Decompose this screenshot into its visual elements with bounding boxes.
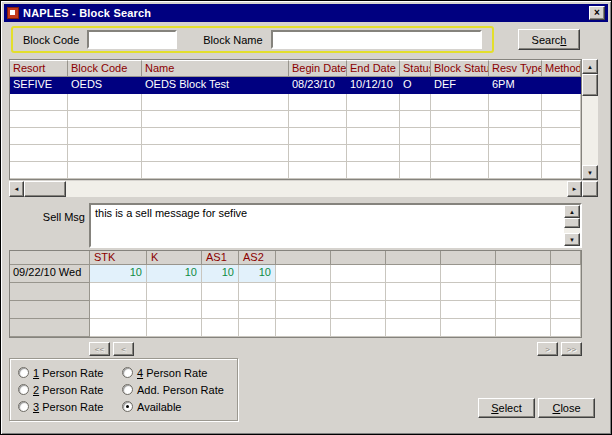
cell-block-code: OEDS <box>68 77 142 94</box>
empty-cell <box>239 283 276 301</box>
column-header-resort: Resort <box>10 60 68 77</box>
radio-label: 1 Person Rate <box>33 367 103 379</box>
column-header-end-date: End Date <box>347 60 400 77</box>
block-name-input[interactable] <box>271 30 482 49</box>
empty-cell <box>400 162 431 179</box>
radio-option-4-person-rate[interactable]: 4 Person Rate <box>122 364 233 381</box>
results-horizontal-scrollbar[interactable]: ◄ ► <box>9 181 582 197</box>
radio-label: Available <box>137 401 181 413</box>
empty-cell <box>347 162 400 179</box>
close-button[interactable]: × <box>589 6 605 20</box>
pager-next-button[interactable]: > <box>537 342 558 356</box>
empty-cell <box>142 145 289 162</box>
empty-cell <box>142 94 289 111</box>
rate-options-panel: 1 Person Rate 2 Person Rate 3 Person Rat… <box>9 358 238 421</box>
pager-last-button[interactable]: >> <box>561 342 582 356</box>
empty-cell <box>431 111 489 128</box>
block-search-window: NAPLES - Block Search × Block Code Block… <box>0 0 612 435</box>
empty-cell <box>400 128 431 145</box>
scroll-down-icon[interactable]: ▼ <box>582 165 598 180</box>
radio-label: 2 Person Rate <box>33 384 103 396</box>
empty-cell <box>289 162 347 179</box>
results-header-row: Resort Block Code Name Begin Date End Da… <box>10 60 581 77</box>
empty-cell <box>400 145 431 162</box>
empty-cell <box>331 319 386 337</box>
scroll-right-icon[interactable]: ► <box>567 181 582 197</box>
empty-cell <box>441 283 496 301</box>
scrollbar-track[interactable] <box>66 181 567 197</box>
search-button[interactable]: Search <box>518 29 580 50</box>
column-header-begin-date: Begin Date <box>289 60 347 77</box>
radio-option-1-person-rate[interactable]: 1 Person Rate <box>18 364 120 381</box>
rate-value-cell <box>276 265 331 283</box>
scroll-left-icon[interactable]: ◄ <box>9 181 24 197</box>
radio-option-available[interactable]: Available <box>122 398 233 415</box>
empty-cell <box>542 145 581 162</box>
radio-option-2-person-rate[interactable]: 2 Person Rate <box>18 381 120 398</box>
close-button-footer[interactable]: Close <box>538 398 595 418</box>
empty-cell <box>489 94 542 111</box>
rates-header-row: STK K AS1 AS2 <box>10 251 581 265</box>
sell-msg-scrollbar[interactable]: ▲ ▼ <box>564 205 580 246</box>
scrollbar-thumb[interactable] <box>564 218 580 228</box>
empty-cell <box>431 162 489 179</box>
rates-grid: STK K AS1 AS2 09/22/10 Wed 10 10 10 10 <box>9 250 582 338</box>
block-code-input[interactable] <box>87 30 177 49</box>
rate-value-cell <box>551 265 581 283</box>
radio-option-3-person-rate[interactable]: 3 Person Rate <box>18 398 120 415</box>
radio-label: 4 Person Rate <box>137 367 207 379</box>
empty-cell <box>147 283 202 301</box>
empty-cell <box>68 162 142 179</box>
empty-cell <box>10 319 90 337</box>
results-vertical-scrollbar[interactable]: ▲ ▼ <box>582 59 598 180</box>
table-row-selected[interactable]: SEFIVE OEDS OEDS Block Test 08/23/10 10/… <box>10 77 581 94</box>
empty-cell <box>289 128 347 145</box>
app-icon <box>7 7 19 19</box>
pager-first-button[interactable]: << <box>89 342 110 356</box>
empty-cell <box>202 283 239 301</box>
empty-cell <box>542 94 581 111</box>
empty-cell <box>147 301 202 319</box>
scroll-down-icon[interactable]: ▼ <box>564 233 580 246</box>
column-header-block-code: Block Code <box>68 60 142 77</box>
empty-cell <box>551 301 581 319</box>
scroll-up-icon[interactable]: ▲ <box>564 205 580 218</box>
empty-cell <box>551 319 581 337</box>
empty-cell <box>276 319 331 337</box>
empty-cell <box>68 111 142 128</box>
radio-icon <box>18 401 29 412</box>
scrollbar-thumb[interactable] <box>582 74 598 96</box>
radio-option-add-person-rate[interactable]: Add. Person Rate <box>122 381 233 398</box>
scroll-up-icon[interactable]: ▲ <box>582 59 598 74</box>
empty-cell <box>400 94 431 111</box>
rate-value-cell <box>441 265 496 283</box>
empty-cell <box>441 301 496 319</box>
rate-value-cell <box>386 265 441 283</box>
empty-cell <box>68 94 142 111</box>
empty-cell <box>10 145 68 162</box>
empty-cell <box>489 145 542 162</box>
column-header-status: Status <box>400 60 431 77</box>
table-row-empty <box>10 111 581 128</box>
rates-value-row: 09/22/10 Wed 10 10 10 10 <box>10 265 581 283</box>
sell-msg-text[interactable]: this is a sell message for sefive <box>91 205 564 246</box>
empty-cell <box>489 162 542 179</box>
empty-cell <box>347 111 400 128</box>
scrollbar-track[interactable] <box>582 96 598 165</box>
empty-cell <box>10 162 68 179</box>
empty-cell <box>68 128 142 145</box>
rates-column-header <box>331 251 386 265</box>
empty-cell <box>542 111 581 128</box>
radio-icon <box>122 384 133 395</box>
radio-icon <box>122 401 133 412</box>
scrollbar-corner <box>582 181 598 197</box>
empty-cell <box>10 128 68 145</box>
column-header-method: Method <box>542 60 581 77</box>
rate-value-cell <box>496 265 551 283</box>
scrollbar-thumb[interactable] <box>24 181 66 197</box>
pager-prev-button[interactable]: < <box>113 342 134 356</box>
empty-cell <box>496 283 551 301</box>
empty-cell <box>68 145 142 162</box>
empty-cell <box>142 162 289 179</box>
select-button[interactable]: Select <box>478 398 535 418</box>
